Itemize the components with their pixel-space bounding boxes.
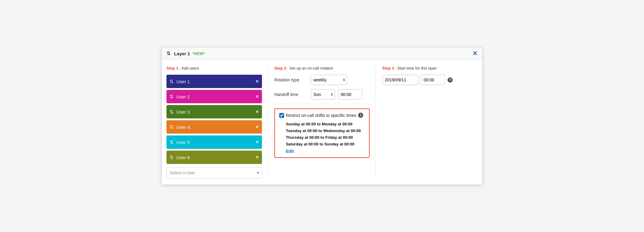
user-item[interactable]: ⇅ User 6 ✕ bbox=[166, 151, 262, 164]
handoff-row: Handoff time SunMonTueWedThuFriSat bbox=[274, 89, 370, 100]
step1-text: : Add users bbox=[179, 66, 199, 70]
remove-user-button[interactable]: ✕ bbox=[255, 125, 259, 129]
user-name: User 5 bbox=[176, 140, 255, 145]
step1-label: Step 1 : Add users bbox=[166, 66, 262, 70]
step3-inputs: ? bbox=[382, 75, 478, 85]
drag-icon: ⇅ bbox=[169, 139, 173, 145]
restrict-header: Restrict on-call shifts to specific time… bbox=[279, 113, 365, 118]
remove-user-button[interactable]: ✕ bbox=[255, 155, 259, 160]
step3-label: Step 3 : Start time for this layer bbox=[382, 66, 478, 70]
drag-icon: ⇅ bbox=[169, 94, 173, 100]
user-name: User 3 bbox=[176, 109, 255, 114]
drag-icon: ⇅ bbox=[169, 79, 173, 84]
select-user-dropdown[interactable]: Select a User bbox=[166, 167, 262, 179]
sort-icon: ⇅ bbox=[166, 51, 170, 56]
step2-number: Step 2 bbox=[274, 66, 286, 70]
step2-label: Step 2 : Set up an on-call rotation bbox=[274, 66, 370, 70]
step3-text: : Start time for this layer bbox=[395, 66, 437, 70]
user-name: User 6 bbox=[176, 155, 255, 160]
user-item[interactable]: ⇅ User 1 ✕ bbox=[166, 75, 262, 88]
remove-user-button[interactable]: ✕ bbox=[255, 94, 259, 99]
user-name: User 1 bbox=[176, 79, 255, 84]
user-item[interactable]: ⇅ User 3 ✕ bbox=[166, 105, 262, 118]
handoff-label: Handoff time bbox=[274, 92, 308, 97]
drag-icon: ⇅ bbox=[169, 109, 173, 115]
rotation-type-select[interactable]: weeklydailycustom bbox=[311, 75, 347, 85]
edit-link[interactable]: Edit bbox=[286, 149, 294, 154]
user-name: User 4 bbox=[176, 125, 255, 130]
rotation-label: Rotation type bbox=[274, 77, 308, 82]
start-time-help-icon[interactable]: ? bbox=[448, 77, 453, 83]
restrict-time-item: Saturday at 00:00 to Sunday at 00:00 bbox=[286, 141, 365, 148]
restrict-time-item: Thursday at 00:00 to Friday at 00:00 bbox=[286, 134, 365, 141]
drag-icon: ⇅ bbox=[169, 155, 173, 160]
start-date-input[interactable] bbox=[382, 75, 418, 85]
help-icon[interactable]: ? bbox=[358, 113, 363, 118]
rotation-select-wrapper: weeklydailycustom bbox=[311, 75, 347, 85]
restrict-time-item: Tuesday at 00:00 to Wednesday at 00:00 bbox=[286, 128, 365, 134]
user-item[interactable]: ⇅ User 5 ✕ bbox=[166, 135, 262, 149]
user-item[interactable]: ⇅ User 2 ✕ bbox=[166, 90, 262, 103]
step1-column: Step 1 : Add users ⇅ User 1 ✕ ⇅ User 2 ✕… bbox=[166, 66, 268, 179]
step3-number: Step 3 bbox=[382, 66, 394, 70]
step2-column: Step 2 : Set up an on-call rotation Rota… bbox=[268, 66, 376, 179]
remove-user-button[interactable]: ✕ bbox=[255, 109, 259, 114]
handoff-day-select[interactable]: SunMonTueWedThuFriSat bbox=[311, 89, 335, 100]
drag-icon: ⇅ bbox=[169, 124, 173, 130]
restrict-label[interactable]: Restrict on-call shifts to specific time… bbox=[286, 113, 357, 118]
select-user-wrapper: Select a User ▾ bbox=[166, 167, 262, 179]
handoff-time-input[interactable] bbox=[338, 89, 362, 100]
layer-title: Layer 1 bbox=[174, 51, 190, 56]
restrict-times: Sunday at 00:00 to Monday at 00:00Tuesda… bbox=[279, 121, 365, 148]
restrict-time-item: Sunday at 00:00 to Monday at 00:00 bbox=[286, 121, 365, 128]
start-time-input[interactable] bbox=[421, 75, 445, 85]
user-name: User 2 bbox=[176, 94, 255, 99]
step1-number: Step 1 bbox=[166, 66, 178, 70]
rotation-row: Rotation type weeklydailycustom bbox=[274, 75, 370, 85]
user-item[interactable]: ⇅ User 4 ✕ bbox=[166, 120, 262, 134]
remove-user-button[interactable]: ✕ bbox=[255, 140, 259, 145]
restrict-checkbox[interactable] bbox=[279, 113, 284, 118]
step2-text: : Set up an on-call rotation bbox=[287, 66, 333, 70]
modal-body: Step 1 : Add users ⇅ User 1 ✕ ⇅ User 2 ✕… bbox=[162, 60, 482, 185]
modal-title: ⇅ Layer 1 *NEW* bbox=[166, 51, 205, 56]
handoff-day-wrapper: SunMonTueWedThuFriSat bbox=[311, 89, 335, 100]
remove-user-button[interactable]: ✕ bbox=[255, 79, 259, 84]
close-button[interactable]: ✕ bbox=[472, 50, 478, 56]
step3-column: Step 3 : Start time for this layer ? bbox=[376, 66, 478, 179]
modal-header: ⇅ Layer 1 *NEW* ✕ bbox=[162, 47, 482, 60]
new-badge: *NEW* bbox=[193, 51, 205, 56]
user-list: ⇅ User 1 ✕ ⇅ User 2 ✕ ⇅ User 3 ✕ ⇅ User … bbox=[166, 75, 262, 164]
restrict-box: Restrict on-call shifts to specific time… bbox=[274, 108, 370, 158]
layer-modal: ⇅ Layer 1 *NEW* ✕ Step 1 : Add users ⇅ U… bbox=[161, 47, 483, 185]
section-divider bbox=[274, 104, 370, 104]
